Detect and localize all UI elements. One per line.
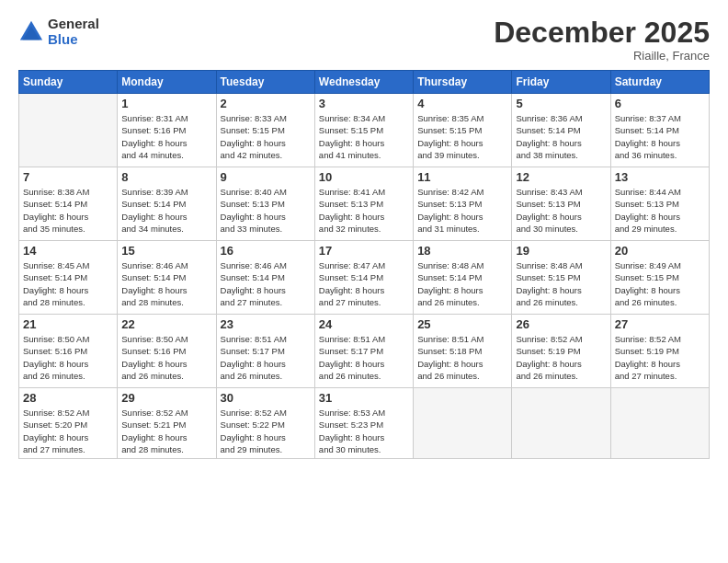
header-thursday: Thursday	[414, 71, 512, 94]
calendar-table: Sunday Monday Tuesday Wednesday Thursday…	[18, 70, 710, 459]
day-info: Sunrise: 8:52 AM Sunset: 5:20 PM Dayligh…	[23, 407, 113, 455]
logo: General Blue	[18, 17, 99, 47]
day-number: 25	[417, 317, 507, 331]
day-number: 6	[615, 97, 705, 110]
day-number: 9	[221, 170, 311, 184]
day-info: Sunrise: 8:47 AM Sunset: 5:14 PM Dayligh…	[319, 259, 409, 308]
day-info: Sunrise: 8:48 AM Sunset: 5:15 PM Dayligh…	[516, 259, 606, 308]
day-cell: 11Sunrise: 8:42 AM Sunset: 5:13 PM Dayli…	[414, 167, 512, 241]
day-info: Sunrise: 8:40 AM Sunset: 5:13 PM Dayligh…	[221, 186, 311, 235]
day-number: 14	[23, 244, 113, 258]
day-info: Sunrise: 8:46 AM Sunset: 5:14 PM Dayligh…	[121, 259, 211, 308]
day-cell: 14Sunrise: 8:45 AM Sunset: 5:14 PM Dayli…	[19, 241, 118, 315]
day-cell: 27Sunrise: 8:52 AM Sunset: 5:19 PM Dayli…	[610, 315, 709, 388]
day-number: 4	[417, 97, 507, 110]
day-info: Sunrise: 8:46 AM Sunset: 5:14 PM Dayligh…	[221, 259, 311, 308]
calendar-header: Sunday Monday Tuesday Wednesday Thursday…	[19, 71, 710, 94]
week-row-4: 21Sunrise: 8:50 AM Sunset: 5:16 PM Dayli…	[19, 315, 710, 388]
day-cell: 24Sunrise: 8:51 AM Sunset: 5:17 PM Dayli…	[314, 315, 413, 388]
day-info: Sunrise: 8:31 AM Sunset: 5:16 PM Dayligh…	[121, 112, 211, 161]
header-row: Sunday Monday Tuesday Wednesday Thursday…	[19, 71, 710, 94]
day-number: 29	[121, 391, 211, 405]
day-cell: 20Sunrise: 8:49 AM Sunset: 5:15 PM Dayli…	[610, 241, 709, 315]
day-cell: 18Sunrise: 8:48 AM Sunset: 5:14 PM Dayli…	[414, 241, 512, 315]
header-monday: Monday	[118, 71, 216, 94]
day-number: 28	[23, 391, 113, 405]
day-number: 2	[221, 97, 311, 110]
week-row-5: 28Sunrise: 8:52 AM Sunset: 5:20 PM Dayli…	[19, 388, 710, 459]
logo-text: General Blue	[48, 17, 99, 47]
day-number: 7	[23, 170, 113, 184]
day-cell: 5Sunrise: 8:36 AM Sunset: 5:14 PM Daylig…	[512, 94, 610, 167]
day-info: Sunrise: 8:50 AM Sunset: 5:16 PM Dayligh…	[121, 333, 211, 382]
day-info: Sunrise: 8:44 AM Sunset: 5:13 PM Dayligh…	[615, 186, 705, 235]
day-info: Sunrise: 8:52 AM Sunset: 5:19 PM Dayligh…	[615, 333, 705, 382]
week-row-3: 14Sunrise: 8:45 AM Sunset: 5:14 PM Dayli…	[19, 241, 710, 315]
day-number: 15	[121, 244, 211, 258]
day-cell	[19, 94, 118, 167]
header-friday: Friday	[512, 71, 610, 94]
day-cell: 4Sunrise: 8:35 AM Sunset: 5:15 PM Daylig…	[414, 94, 512, 167]
day-info: Sunrise: 8:51 AM Sunset: 5:18 PM Dayligh…	[417, 333, 507, 382]
day-info: Sunrise: 8:37 AM Sunset: 5:14 PM Dayligh…	[615, 112, 705, 161]
day-info: Sunrise: 8:41 AM Sunset: 5:13 PM Dayligh…	[319, 186, 409, 235]
logo-icon	[18, 19, 44, 45]
day-number: 5	[516, 97, 606, 110]
day-number: 20	[615, 244, 705, 258]
header-sunday: Sunday	[19, 71, 118, 94]
header-wednesday: Wednesday	[314, 71, 413, 94]
day-number: 11	[417, 170, 507, 184]
day-number: 13	[615, 170, 705, 184]
day-cell: 3Sunrise: 8:34 AM Sunset: 5:15 PM Daylig…	[314, 94, 413, 167]
day-info: Sunrise: 8:51 AM Sunset: 5:17 PM Dayligh…	[319, 333, 409, 382]
month-title: December 2025	[494, 17, 710, 49]
day-cell: 28Sunrise: 8:52 AM Sunset: 5:20 PM Dayli…	[19, 388, 118, 459]
day-info: Sunrise: 8:52 AM Sunset: 5:21 PM Dayligh…	[121, 407, 211, 455]
day-cell: 26Sunrise: 8:52 AM Sunset: 5:19 PM Dayli…	[512, 315, 610, 388]
day-cell: 15Sunrise: 8:46 AM Sunset: 5:14 PM Dayli…	[118, 241, 216, 315]
day-info: Sunrise: 8:51 AM Sunset: 5:17 PM Dayligh…	[221, 333, 311, 382]
logo-general: General	[48, 17, 99, 32]
day-info: Sunrise: 8:52 AM Sunset: 5:19 PM Dayligh…	[516, 333, 606, 382]
day-cell: 19Sunrise: 8:48 AM Sunset: 5:15 PM Dayli…	[512, 241, 610, 315]
day-cell: 30Sunrise: 8:52 AM Sunset: 5:22 PM Dayli…	[216, 388, 314, 459]
day-info: Sunrise: 8:45 AM Sunset: 5:14 PM Dayligh…	[23, 259, 113, 308]
day-number: 17	[319, 244, 409, 258]
day-number: 31	[319, 391, 409, 405]
day-cell: 16Sunrise: 8:46 AM Sunset: 5:14 PM Dayli…	[216, 241, 314, 315]
day-info: Sunrise: 8:34 AM Sunset: 5:15 PM Dayligh…	[319, 112, 409, 161]
day-cell: 17Sunrise: 8:47 AM Sunset: 5:14 PM Dayli…	[314, 241, 413, 315]
day-cell: 13Sunrise: 8:44 AM Sunset: 5:13 PM Dayli…	[610, 167, 709, 241]
day-number: 1	[121, 97, 211, 110]
day-number: 10	[319, 170, 409, 184]
day-info: Sunrise: 8:50 AM Sunset: 5:16 PM Dayligh…	[23, 333, 113, 382]
day-cell	[512, 388, 610, 459]
day-cell: 7Sunrise: 8:38 AM Sunset: 5:14 PM Daylig…	[19, 167, 118, 241]
day-info: Sunrise: 8:43 AM Sunset: 5:13 PM Dayligh…	[516, 186, 606, 235]
day-info: Sunrise: 8:49 AM Sunset: 5:15 PM Dayligh…	[615, 259, 705, 308]
day-number: 19	[516, 244, 606, 258]
day-cell: 10Sunrise: 8:41 AM Sunset: 5:13 PM Dayli…	[314, 167, 413, 241]
day-info: Sunrise: 8:42 AM Sunset: 5:13 PM Dayligh…	[417, 186, 507, 235]
header-saturday: Saturday	[610, 71, 709, 94]
day-cell: 29Sunrise: 8:52 AM Sunset: 5:21 PM Dayli…	[118, 388, 216, 459]
day-number: 3	[319, 97, 409, 110]
day-cell: 31Sunrise: 8:53 AM Sunset: 5:23 PM Dayli…	[314, 388, 413, 459]
page: General Blue December 2025 Riaille, Fran…	[0, 0, 728, 563]
day-number: 16	[221, 244, 311, 258]
week-row-1: 1Sunrise: 8:31 AM Sunset: 5:16 PM Daylig…	[19, 94, 710, 167]
title-block: December 2025 Riaille, France	[494, 17, 710, 63]
day-cell: 21Sunrise: 8:50 AM Sunset: 5:16 PM Dayli…	[19, 315, 118, 388]
day-info: Sunrise: 8:36 AM Sunset: 5:14 PM Dayligh…	[516, 112, 606, 161]
day-info: Sunrise: 8:48 AM Sunset: 5:14 PM Dayligh…	[417, 259, 507, 308]
day-number: 23	[221, 317, 311, 331]
day-number: 21	[23, 317, 113, 331]
day-cell: 12Sunrise: 8:43 AM Sunset: 5:13 PM Dayli…	[512, 167, 610, 241]
day-cell: 2Sunrise: 8:33 AM Sunset: 5:15 PM Daylig…	[216, 94, 314, 167]
day-number: 30	[221, 391, 311, 405]
day-number: 22	[121, 317, 211, 331]
day-cell: 8Sunrise: 8:39 AM Sunset: 5:14 PM Daylig…	[118, 167, 216, 241]
day-number: 12	[516, 170, 606, 184]
day-cell: 6Sunrise: 8:37 AM Sunset: 5:14 PM Daylig…	[610, 94, 709, 167]
day-info: Sunrise: 8:39 AM Sunset: 5:14 PM Dayligh…	[121, 186, 211, 235]
